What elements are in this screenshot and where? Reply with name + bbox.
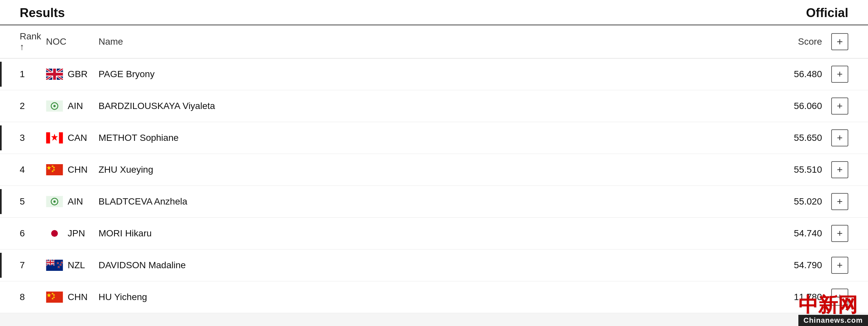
noc-code: NZL [68,260,85,270]
score-cell: 54.790 [756,260,822,270]
flag-icon [46,260,63,271]
table-body: 1 GBR PAGE Bryony 56.480 + [0,59,868,313]
noc-cell: CHN [46,164,98,175]
add-button-wrapper: + [822,98,848,115]
rank-cell: 8 [20,292,46,302]
score-cell: 55.510 [756,164,822,175]
add-button-wrapper: + [822,129,848,146]
noc-cell: AIN [46,100,98,111]
flag-icon [46,196,63,207]
add-button-wrapper: + [822,193,848,210]
add-button-row[interactable]: + [831,257,848,274]
flag-icon [46,100,63,111]
score-cell: 55.650 [756,133,822,143]
add-button-wrapper: + [822,161,848,178]
flag-icon [46,132,63,143]
add-button-header[interactable]: + [831,33,848,50]
noc-cell: JPN [46,228,98,239]
official-label: Official [806,6,848,20]
flag-icon [46,228,63,239]
name-header: Name [98,36,756,47]
add-button-wrapper: + [822,225,848,242]
athlete-name: DAVIDSON Madaline [98,260,756,270]
score-cell: 56.060 [756,101,822,111]
noc-code: CAN [68,133,87,143]
noc-header: NOC [46,36,98,47]
table-header: Rank ↑ NOC Name Score + [0,25,868,59]
noc-code: GBR [68,69,88,79]
page-title: Results [20,6,65,20]
athlete-name: PAGE Bryony [98,69,756,79]
noc-code: JPN [68,228,85,239]
table-row: 4 CHN ZHU Xueying 55.510 + [0,154,868,186]
noc-cell: GBR [46,69,98,80]
noc-code: AIN [68,101,83,111]
add-button-wrapper: + [822,289,848,306]
table-row: 3 CAN METHOT Sophiane 55.650 + [0,122,868,154]
score-header: Score [756,36,822,47]
athlete-name: HU Yicheng [98,292,756,302]
table-row: 6 JPN MORI Hikaru 54.740 + [0,218,868,250]
svg-point-24 [54,201,56,203]
add-button-row[interactable]: + [831,129,848,146]
table-row: 5 AIN BLADTCEVA Anzhela 55.020 + [0,186,868,218]
svg-rect-14 [59,132,63,143]
table-row: 7 [0,250,868,281]
noc-cell: CAN [46,132,98,143]
rank-cell: 5 [20,196,46,207]
rank-cell: 1 [20,69,46,79]
noc-code: CHN [68,292,88,302]
athlete-name: BLADTCEVA Anzhela [98,196,756,207]
noc-cell: CHN [46,292,98,303]
rank-cell: 4 [20,164,46,175]
score-cell: 11.780 [756,292,822,302]
table-row: 8 CHN HU Yicheng 11.780 + [0,281,868,313]
athlete-name: MORI Hikaru [98,228,756,239]
rank-cell: 2 [20,101,46,111]
flag-icon [46,69,63,80]
athlete-name: ZHU Xueying [98,164,756,175]
noc-code: CHN [68,164,88,175]
add-button-row[interactable]: + [831,225,848,242]
svg-rect-8 [46,73,63,76]
flag-icon [46,292,63,303]
table-row: 1 GBR PAGE Bryony 56.480 + [0,59,868,90]
add-button-row[interactable]: + [831,193,848,210]
add-button-row[interactable]: + [831,289,848,306]
results-container: Results Official Rank ↑ NOC Name Score +… [0,0,868,313]
rank-header: Rank ↑ [20,31,46,52]
score-cell: 56.480 [756,69,822,79]
noc-code: AIN [68,196,83,207]
score-cell: 54.740 [756,228,822,239]
flag-icon [46,164,63,175]
athlete-name: BARDZILOUSKAYA Viyaleta [98,101,756,111]
rank-cell: 3 [20,133,46,143]
table-row: 2 AIN BARDZILOUSKAYA Viyaleta 56.060 + [0,90,868,122]
add-button-wrapper: + [822,257,848,274]
noc-cell: AIN [46,196,98,207]
rank-cell: 7 [20,260,46,270]
svg-rect-13 [46,132,50,143]
add-button-row[interactable]: + [831,66,848,83]
add-button-wrapper: + [822,66,848,83]
rank-cell: 6 [20,228,46,239]
athlete-name: METHOT Sophiane [98,133,756,143]
svg-rect-36 [46,262,55,263]
score-cell: 55.020 [756,196,822,207]
page-header: Results Official [0,0,868,25]
svg-point-26 [51,230,58,237]
svg-point-11 [54,105,56,107]
add-button-row[interactable]: + [831,161,848,178]
noc-cell: NZL [46,260,98,271]
add-button-row[interactable]: + [831,98,848,115]
add-button-header-wrapper: + [822,33,848,50]
